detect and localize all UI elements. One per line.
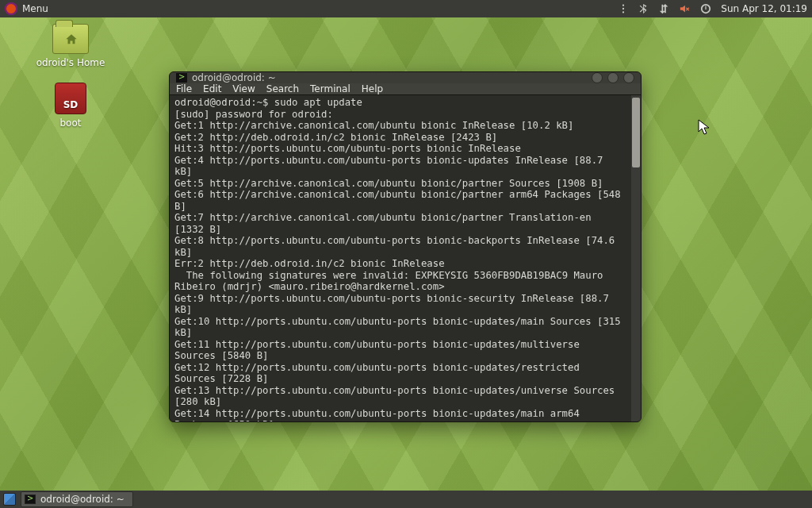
menu-help[interactable]: Help: [362, 83, 383, 94]
mouse-cursor-icon: [698, 119, 710, 140]
svg-point-0: [622, 4, 624, 6]
window-titlebar[interactable]: odroid@odroid: ~: [170, 72, 641, 83]
home-folder-label: odroid's Home: [36, 57, 105, 68]
menu-search[interactable]: Search: [266, 83, 299, 94]
minimize-button[interactable]: [592, 72, 603, 83]
close-button[interactable]: [623, 72, 634, 83]
applications-menu[interactable]: Menu: [22, 3, 48, 14]
home-folder[interactable]: odroid's Home: [27, 24, 114, 68]
bottom-panel: odroid@odroid: ~: [0, 491, 812, 508]
folder-home-icon: [52, 24, 89, 54]
terminal-icon: [176, 73, 187, 83]
desktop-icons: odroid's Home SD boot: [27, 24, 114, 129]
system-tray: Sun Apr 12, 01:19: [618, 3, 807, 14]
boot-volume[interactable]: SD boot: [27, 83, 114, 129]
maximize-button[interactable]: [607, 72, 619, 83]
network-icon[interactable]: [659, 3, 670, 14]
overflow-icon[interactable]: [618, 3, 629, 14]
power-icon[interactable]: [700, 3, 711, 14]
terminal-window[interactable]: odroid@odroid: ~ File Edit View Search T…: [169, 71, 642, 422]
menu-view[interactable]: View: [232, 83, 255, 94]
taskbar-terminal-label: odroid@odroid: ~: [40, 494, 124, 505]
menu-file[interactable]: File: [176, 83, 192, 94]
taskbar-terminal-entry[interactable]: odroid@odroid: ~: [21, 491, 133, 507]
distro-logo-icon[interactable]: [5, 2, 17, 15]
menu-terminal[interactable]: Terminal: [310, 83, 350, 94]
window-title: odroid@odroid: ~: [192, 72, 276, 83]
svg-point-1: [622, 8, 624, 10]
scrollbar-thumb[interactable]: [632, 98, 640, 167]
terminal-icon: [25, 495, 36, 504]
show-desktop-button[interactable]: [3, 493, 16, 506]
svg-point-2: [622, 11, 624, 13]
terminal-scrollbar[interactable]: ▾: [631, 95, 641, 422]
clock[interactable]: Sun Apr 12, 01:19: [721, 3, 807, 14]
terminal-output[interactable]: odroid@odroid:~$ sudo apt update [sudo] …: [170, 95, 631, 422]
top-panel: Menu Sun Apr 12, 01:19: [0, 0, 812, 17]
terminal-body: odroid@odroid:~$ sudo apt update [sudo] …: [170, 95, 641, 422]
sd-card-icon: SD: [55, 83, 86, 114]
volume-muted-icon[interactable]: [680, 3, 691, 14]
boot-volume-label: boot: [59, 117, 81, 129]
bluetooth-icon[interactable]: [638, 3, 649, 14]
menu-edit[interactable]: Edit: [203, 83, 221, 94]
terminal-menubar: File Edit View Search Terminal Help: [170, 83, 641, 95]
